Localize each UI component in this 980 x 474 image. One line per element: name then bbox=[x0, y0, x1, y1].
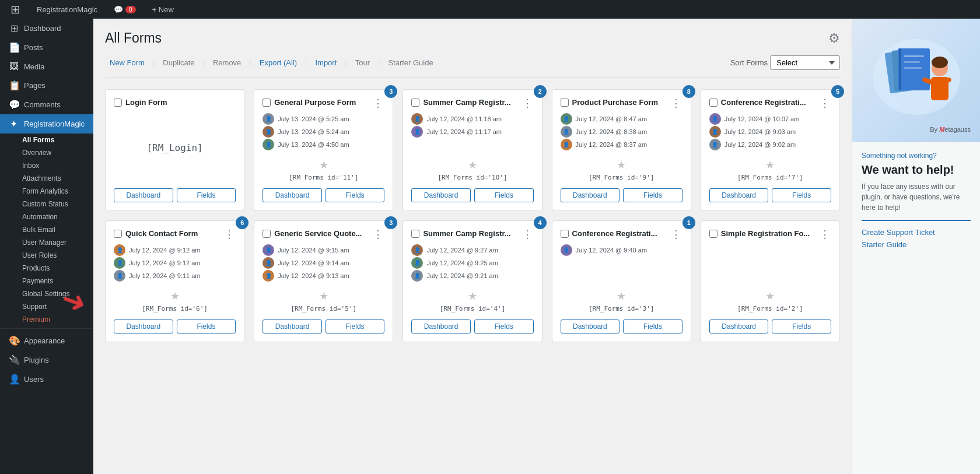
sidebar-item-posts[interactable]: 📄 Posts bbox=[0, 38, 93, 57]
sidebar-item-comments[interactable]: 💬 Comments bbox=[0, 95, 93, 114]
help-subtitle: Something not working? bbox=[862, 152, 971, 160]
rm-icon: ✦ bbox=[9, 118, 19, 129]
form2-fields-btn[interactable]: Fields bbox=[772, 319, 831, 333]
form-menu-7[interactable]: ⋮ bbox=[818, 98, 831, 108]
form-menu-10[interactable]: ⋮ bbox=[521, 98, 534, 108]
sidebar-item-pages[interactable]: 📋 Pages bbox=[0, 76, 93, 95]
form6-fields-btn[interactable]: Fields bbox=[177, 319, 236, 333]
form-card-11: 3 General Purpose Form ⋮ 👤July 13, 2024 … bbox=[254, 89, 393, 211]
tour-button[interactable]: Tour bbox=[351, 56, 374, 69]
form-checkbox-7[interactable] bbox=[709, 99, 718, 107]
entries-9: 👤July 12, 2024 @ 8:47 am 👤July 12, 2024 … bbox=[561, 113, 682, 150]
form-menu-6[interactable]: ⋮ bbox=[223, 229, 236, 240]
form7-dashboard-btn[interactable]: Dashboard bbox=[709, 188, 769, 202]
settings-gear-icon[interactable]: ⚙ bbox=[828, 31, 840, 46]
sidebar-item-dashboard[interactable]: ⊞ Dashboard bbox=[0, 19, 93, 38]
form-title-7: Conference Registrati... bbox=[721, 98, 806, 107]
form-menu-9[interactable]: ⋮ bbox=[670, 98, 682, 108]
form-checkbox-3[interactable] bbox=[561, 230, 569, 238]
remove-button[interactable]: Remove bbox=[208, 56, 246, 69]
form4-fields-btn[interactable]: Fields bbox=[474, 319, 534, 333]
sidebar-sub-attachments[interactable]: Attachments bbox=[0, 172, 93, 185]
form-card-5: 3 Generic Service Quote... ⋮ 👤July 12, 2… bbox=[254, 220, 393, 342]
sidebar-sub-payments[interactable]: Payments bbox=[0, 275, 93, 287]
form3-fields-btn[interactable]: Fields bbox=[623, 319, 682, 333]
sidebar-sub-all-forms[interactable]: All Forms bbox=[0, 134, 93, 146]
form9-dashboard-btn[interactable]: Dashboard bbox=[561, 188, 620, 202]
duplicate-button[interactable]: Duplicate bbox=[158, 56, 199, 69]
form-menu-5[interactable]: ⋮ bbox=[372, 229, 384, 240]
sidebar-sub-premium[interactable]: Premium bbox=[0, 313, 93, 326]
form-menu-4[interactable]: ⋮ bbox=[521, 229, 534, 240]
form11-dashboard-btn[interactable]: Dashboard bbox=[262, 188, 322, 202]
sidebar-sub-overview[interactable]: Overview bbox=[0, 146, 93, 159]
sort-select[interactable]: Select Newest First Oldest First Alphabe… bbox=[770, 55, 840, 70]
svg-rect-4 bbox=[899, 48, 901, 90]
sidebar-sub-global-settings[interactable]: Global Settings bbox=[0, 287, 93, 300]
media-icon: 🖼 bbox=[9, 61, 19, 72]
adminbar-wp-logo[interactable]: ⊞ bbox=[7, 0, 24, 19]
form7-fields-btn[interactable]: Fields bbox=[772, 188, 831, 202]
form6-dashboard-btn[interactable]: Dashboard bbox=[114, 319, 173, 333]
sidebar-item-registrationmagic[interactable]: ✦ RegistrationMagic bbox=[0, 114, 93, 134]
form10-fields-btn[interactable]: Fields bbox=[474, 188, 534, 202]
pages-icon: 📋 bbox=[9, 80, 19, 91]
adminbar-new[interactable]: + New bbox=[149, 0, 177, 19]
form-checkbox-10[interactable] bbox=[411, 99, 419, 107]
entries-6: 👤July 12, 2024 @ 9:12 am 👤July 12, 2024 … bbox=[114, 244, 236, 282]
shortcode-2: [RM_Forms id='2'] bbox=[737, 305, 803, 313]
new-form-button[interactable]: New Form bbox=[105, 56, 149, 69]
sidebar-sub-custom-status[interactable]: Custom Status bbox=[0, 198, 93, 210]
form-card-9: 8 Product Purchase Form ⋮ 👤July 12, 2024… bbox=[552, 89, 691, 211]
form-checkbox-login[interactable] bbox=[114, 99, 122, 107]
form9-fields-btn[interactable]: Fields bbox=[623, 188, 682, 202]
form-checkbox-2[interactable] bbox=[709, 230, 718, 238]
form-checkbox-6[interactable] bbox=[114, 230, 122, 238]
form10-dashboard-btn[interactable]: Dashboard bbox=[411, 188, 471, 202]
form-checkbox-11[interactable] bbox=[262, 99, 271, 107]
sidebar-sub-form-analytics[interactable]: Form Analytics bbox=[0, 185, 93, 198]
create-ticket-link[interactable]: Create Support Ticket bbox=[862, 228, 971, 237]
star-icon-3: ★ bbox=[561, 290, 682, 303]
form-menu-11[interactable]: ⋮ bbox=[372, 98, 384, 108]
form5-fields-btn[interactable]: Fields bbox=[326, 319, 385, 333]
admin-bar: ⊞ RegistrationMagic 💬 0 + New bbox=[0, 0, 980, 19]
adminbar-site-name[interactable]: RegistrationMagic bbox=[33, 0, 101, 19]
starter-guide-link[interactable]: Starter Guide bbox=[862, 240, 971, 249]
form4-dashboard-btn[interactable]: Dashboard bbox=[411, 319, 471, 333]
entries-4: 👤July 12, 2024 @ 9:27 am 👤July 12, 2024 … bbox=[411, 244, 533, 282]
sidebar-sub-inbox[interactable]: Inbox bbox=[0, 159, 93, 172]
entries-11: 👤July 13, 2024 @ 5:25 am 👤July 13, 2024 … bbox=[262, 113, 384, 150]
sidebar-item-plugins[interactable]: 🔌 Plugins bbox=[0, 350, 93, 370]
sidebar-sub-user-roles[interactable]: User Roles bbox=[0, 249, 93, 262]
form-checkbox-5[interactable] bbox=[262, 230, 271, 238]
adminbar-comments[interactable]: 💬 0 bbox=[110, 0, 139, 19]
login-fields-btn[interactable]: Fields bbox=[177, 188, 236, 202]
form-menu-2[interactable]: ⋮ bbox=[818, 229, 831, 240]
form-menu-3[interactable]: ⋮ bbox=[670, 229, 682, 240]
form-card-7: 5 Conference Registrati... ⋮ 👤July 12, 2… bbox=[701, 89, 840, 211]
form-card-6: 6 Quick Contact Form ⋮ 👤July 12, 2024 @ … bbox=[105, 220, 244, 342]
form2-dashboard-btn[interactable]: Dashboard bbox=[709, 319, 769, 333]
sidebar-sub-products[interactable]: Products bbox=[0, 262, 93, 275]
export-button[interactable]: Export (All) bbox=[255, 56, 302, 69]
sidebar-sub-support[interactable]: Support bbox=[0, 300, 93, 313]
sidebar-sub-bulk-email[interactable]: Bulk Email bbox=[0, 223, 93, 236]
forms-grid-row2: 6 Quick Contact Form ⋮ 👤July 12, 2024 @ … bbox=[105, 220, 840, 342]
sidebar-item-appearance[interactable]: 🎨 Appearance bbox=[0, 331, 93, 350]
form-checkbox-9[interactable] bbox=[561, 99, 569, 107]
form11-fields-btn[interactable]: Fields bbox=[326, 188, 385, 202]
sort-label: Sort Forms bbox=[730, 58, 768, 67]
sidebar-item-users[interactable]: 👤 Users bbox=[0, 370, 93, 389]
form-checkbox-4[interactable] bbox=[411, 230, 419, 238]
form3-dashboard-btn[interactable]: Dashboard bbox=[561, 319, 620, 333]
import-button[interactable]: Import bbox=[310, 56, 341, 69]
starter-guide-button[interactable]: Starter Guide bbox=[383, 56, 438, 69]
shortcode-4: [RM_Forms id='4'] bbox=[440, 305, 506, 313]
sidebar-sub-automation[interactable]: Automation bbox=[0, 210, 93, 223]
login-dashboard-btn[interactable]: Dashboard bbox=[114, 188, 173, 202]
badge-5: 3 bbox=[384, 216, 397, 229]
sidebar-item-media[interactable]: 🖼 Media bbox=[0, 57, 93, 76]
sidebar-sub-user-manager[interactable]: User Manager bbox=[0, 236, 93, 249]
form5-dashboard-btn[interactable]: Dashboard bbox=[262, 319, 322, 333]
